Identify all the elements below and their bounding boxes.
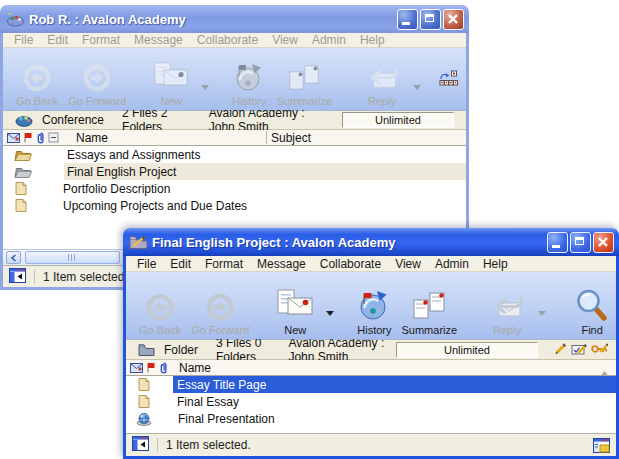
folder-window-icon <box>129 234 148 250</box>
window-title: Final English Project : Avalon Academy <box>152 235 547 250</box>
menu-item-admin[interactable]: Admin <box>305 33 353 47</box>
status-separator <box>157 438 158 452</box>
new-button[interactable]: New <box>147 51 195 108</box>
info-bar: Conference 2 Files 2 Folders Avalon Acad… <box>3 110 466 130</box>
column-divider[interactable] <box>266 131 267 144</box>
column-name[interactable]: Name <box>179 361 211 375</box>
column-name[interactable]: Name <box>76 131 108 145</box>
desktop: Rob R. : Avalon Academy File Edit Format… <box>0 0 619 459</box>
go-back-button: Go Back <box>134 275 186 337</box>
menu-item-format[interactable]: Format <box>198 257 250 271</box>
menu-item-admin[interactable]: Admin <box>428 257 476 271</box>
history-icon <box>232 61 266 93</box>
attachment-column-icon[interactable] <box>159 362 168 374</box>
titlebar[interactable]: Rob R. : Avalon Academy <box>0 5 469 33</box>
forward-arrow-icon <box>82 63 112 93</box>
document-icon <box>13 198 28 213</box>
list-item-final-presentation[interactable]: Final Presentation <box>126 410 616 427</box>
reply-dropdown-arrow <box>538 302 546 320</box>
reply-icon <box>487 294 527 322</box>
split-view-icon[interactable] <box>593 438 610 453</box>
menu-item-message[interactable]: Message <box>127 33 190 47</box>
summarize-button[interactable]: Summarize <box>272 51 338 108</box>
quota-box: Unlimited <box>396 342 538 358</box>
menu-item-collaborate[interactable]: Collaborate <box>313 257 388 271</box>
new-dropdown-arrow[interactable] <box>201 76 209 94</box>
flag-column-icon[interactable] <box>146 362 156 373</box>
list-item-essays-and-assignments[interactable]: Essays and Assignments <box>3 146 466 163</box>
flag-column-icon[interactable] <box>23 132 33 143</box>
scroll-left-button[interactable] <box>6 251 21 264</box>
menu-item-view[interactable]: View <box>388 257 428 271</box>
reply-button[interactable]: Reply <box>357 51 407 108</box>
container-type-label: Folder <box>164 343 198 357</box>
maximize-button[interactable] <box>420 9 441 30</box>
item-label: Final Essay <box>173 393 616 410</box>
reply-button: Reply <box>482 275 532 337</box>
menu-item-file[interactable]: File <box>130 257 163 271</box>
menu-item-file[interactable]: File <box>7 33 40 47</box>
titlebar[interactable]: Final English Project : Avalon Academy <box>123 228 619 256</box>
window-title: Rob R. : Avalon Academy <box>29 12 397 27</box>
menu-bar: File Edit Format Message Collaborate Vie… <box>126 256 616 272</box>
menu-item-message[interactable]: Message <box>250 257 313 271</box>
close-button[interactable] <box>443 9 464 30</box>
quota-box: Unlimited <box>342 112 454 128</box>
summarize-icon <box>412 290 446 322</box>
reply-dropdown-arrow[interactable] <box>413 76 421 94</box>
item-label: Final English Project <box>64 163 466 180</box>
list-item-final-english-project[interactable]: Final English Project <box>3 163 466 180</box>
collapse-column-icon[interactable] <box>48 132 59 143</box>
reply-icon <box>362 65 402 93</box>
status-text: 1 Item selected <box>43 270 124 284</box>
find-button[interactable]: Find <box>570 275 614 337</box>
list-item-upcoming-projects[interactable]: Upcoming Projects and Due Dates <box>3 197 466 214</box>
document-icon <box>13 181 28 196</box>
minimize-button[interactable] <box>547 232 568 253</box>
summarize-icon <box>288 63 320 93</box>
history-button[interactable]: History <box>352 275 396 337</box>
protected-permission-icon <box>591 342 608 357</box>
scrollbar-thumb[interactable] <box>25 251 120 264</box>
document-icon <box>136 377 151 392</box>
menu-item-edit[interactable]: Edit <box>40 33 75 47</box>
close-button[interactable] <box>593 232 614 253</box>
menu-item-format[interactable]: Format <box>75 33 127 47</box>
history-button[interactable]: History <box>227 51 271 108</box>
document-icon <box>136 394 151 409</box>
pane-toggle-icon[interactable] <box>132 436 149 454</box>
list-item-portfolio-description[interactable]: Portfolio Description <box>3 180 466 197</box>
conference-type-icon <box>15 113 33 127</box>
status-text: 1 Item selected. <box>166 438 251 452</box>
go-back-button[interactable]: Go Back <box>11 51 63 108</box>
customize-toolbar-icon[interactable] <box>439 70 458 90</box>
pane-toggle-icon[interactable] <box>9 268 26 286</box>
menu-item-help[interactable]: Help <box>476 257 515 271</box>
status-bar: 1 Item selected. <box>126 433 616 456</box>
new-dropdown-arrow[interactable] <box>326 302 334 320</box>
history-icon <box>357 288 391 322</box>
maximize-button[interactable] <box>570 232 591 253</box>
item-list: Essay Title Page Final Essay Final P <box>126 376 616 433</box>
go-forward-button[interactable]: Go Forward <box>63 51 131 108</box>
chevron-left-icon <box>10 254 18 262</box>
menu-item-help[interactable]: Help <box>353 33 392 47</box>
item-label: Essays and Assignments <box>64 146 466 163</box>
column-header: Name Subject <box>3 130 466 146</box>
magnifier-icon <box>575 288 609 322</box>
minimize-button[interactable] <box>397 9 418 30</box>
menu-item-collaborate[interactable]: Collaborate <box>190 33 265 47</box>
menu-item-edit[interactable]: Edit <box>163 257 198 271</box>
list-item-final-essay[interactable]: Final Essay <box>126 393 616 410</box>
list-item-essay-title-page[interactable]: Essay Title Page <box>126 376 616 393</box>
column-subject[interactable]: Subject <box>271 131 311 145</box>
envelope-column-icon[interactable] <box>130 363 143 373</box>
item-label: Final Presentation <box>174 410 616 427</box>
menu-bar: File Edit Format Message Collaborate Vie… <box>3 33 466 48</box>
close-icon <box>594 233 613 252</box>
new-button[interactable]: New <box>270 275 320 337</box>
menu-item-view[interactable]: View <box>265 33 305 47</box>
summarize-button[interactable]: Summarize <box>397 275 463 337</box>
envelope-column-icon[interactable] <box>7 133 20 143</box>
attachment-column-icon[interactable] <box>36 132 45 144</box>
